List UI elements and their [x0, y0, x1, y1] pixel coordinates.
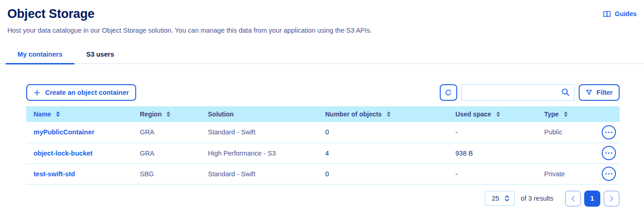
container-name-link[interactable]: myPublicContainer [26, 122, 140, 143]
container-region: SBG [140, 163, 208, 184]
tab-bar: My containers S3 users [0, 46, 644, 64]
funnel-icon [586, 89, 592, 96]
previous-page-button[interactable] [565, 191, 581, 207]
container-type: Public [544, 122, 599, 143]
page-size-select[interactable]: 25 [485, 191, 515, 206]
create-container-button[interactable]: Create an object container [26, 84, 136, 101]
guides-label: Guides [615, 10, 637, 17]
page-subtitle: Host your data catalogue in our Object S… [7, 27, 637, 34]
up-down-chevrons-icon [504, 195, 510, 202]
container-used-space: 938 B [455, 143, 544, 163]
sort-icon [387, 111, 391, 117]
create-container-label: Create an object container [45, 89, 129, 96]
filter-label: Filter [597, 89, 613, 96]
page-header: Object Storage Guides Host your data cat… [0, 0, 644, 34]
ellipsis-icon [605, 132, 607, 133]
container-used-space: - [455, 163, 544, 184]
page-title: Object Storage [7, 6, 637, 21]
container-region: GRA [140, 143, 208, 163]
pager: 1 [565, 191, 620, 207]
refresh-button[interactable] [440, 84, 457, 101]
containers-panel: Create an object container [26, 84, 620, 207]
row-actions-button[interactable] [602, 167, 616, 181]
book-icon [603, 11, 611, 17]
toolbar: Create an object container [26, 84, 620, 101]
column-header-used-space[interactable]: Used space [455, 106, 544, 122]
container-region: GRA [140, 122, 208, 143]
table-row: myPublicContainer GRA Standard - Swift 0… [26, 122, 620, 143]
column-header-type[interactable]: Type [544, 106, 599, 122]
sort-icon [496, 111, 500, 117]
tab-s3-users[interactable]: S3 users [75, 46, 126, 64]
sort-icon [167, 111, 170, 117]
ellipsis-icon [605, 152, 607, 154]
page-size-value: 25 [492, 195, 499, 202]
search-input[interactable] [461, 84, 575, 101]
sort-icon [56, 111, 60, 117]
sort-icon [564, 111, 568, 117]
filter-button[interactable]: Filter [579, 84, 620, 101]
next-page-button[interactable] [604, 191, 620, 207]
page-1-button[interactable]: 1 [584, 191, 600, 207]
container-solution: High Performance - S3 [208, 143, 325, 163]
container-used-space: - [455, 122, 544, 143]
container-name-link[interactable]: object-lock-bucket [26, 143, 140, 163]
column-header-region[interactable]: Region [140, 106, 208, 122]
container-objects: 0 [325, 122, 455, 143]
toolbar-right: Filter [440, 84, 620, 101]
container-name-link[interactable]: test-swift-std [26, 163, 140, 184]
search-box [461, 84, 575, 101]
row-actions-button[interactable] [602, 125, 616, 139]
guides-link[interactable]: Guides [603, 10, 637, 17]
column-header-name[interactable]: Name [26, 106, 140, 122]
column-header-solution: Solution [208, 106, 325, 122]
row-actions-button[interactable] [602, 146, 616, 160]
chevron-right-icon [610, 196, 614, 202]
container-type [544, 143, 599, 163]
container-solution: Standard - Swift [208, 122, 325, 143]
chevron-left-icon [571, 196, 575, 202]
column-header-objects[interactable]: Number of objects [325, 106, 455, 122]
table-header-row: Name Region Solution Number of objects [26, 106, 620, 122]
container-type: Private [544, 163, 599, 184]
plus-icon [34, 89, 40, 96]
container-objects: 0 [325, 163, 455, 184]
refresh-icon [444, 89, 452, 97]
column-header-actions [599, 106, 620, 122]
containers-table: Name Region Solution Number of objects [26, 106, 620, 185]
table-row: object-lock-bucket GRA High Performance … [26, 143, 620, 163]
tab-my-containers[interactable]: My containers [6, 46, 75, 64]
container-solution: Standard - Swift [208, 163, 325, 184]
pagination: 25 of 3 results 1 [26, 191, 620, 207]
ellipsis-icon [605, 173, 607, 175]
container-objects: 4 [325, 143, 455, 163]
results-count: of 3 results [521, 195, 553, 202]
table-row: test-swift-std SBG Standard - Swift 0 - … [26, 163, 620, 184]
